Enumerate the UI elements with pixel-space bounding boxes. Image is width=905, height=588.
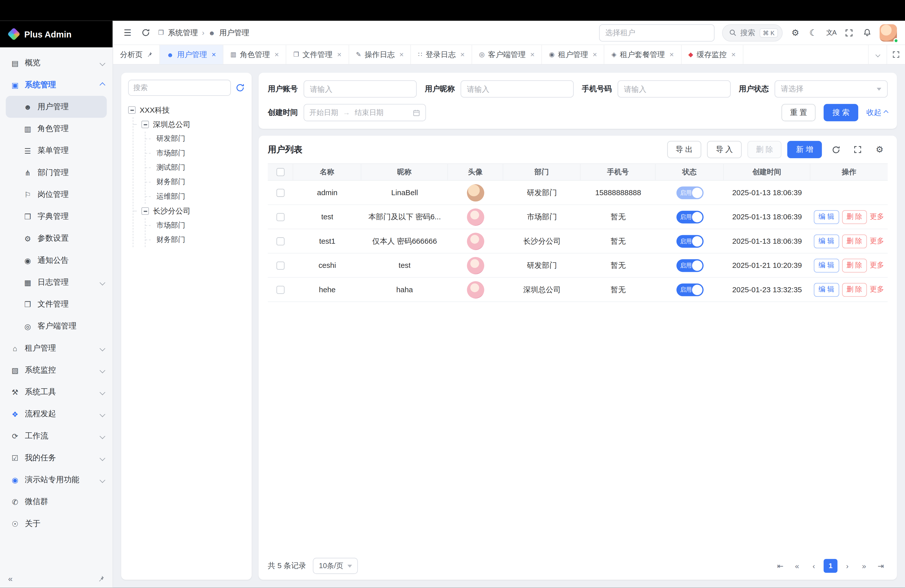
sidebar-item-system-mgmt[interactable]: ▣ 系统管理 xyxy=(0,74,113,96)
edit-button[interactable]: 编 辑 xyxy=(814,258,839,272)
account-input[interactable] xyxy=(304,80,417,98)
tree-node-dept[interactable]: 市场部门 xyxy=(152,146,245,161)
close-icon[interactable]: × xyxy=(275,50,279,59)
delete-button[interactable]: 删 除 xyxy=(747,141,782,158)
search-button[interactable]: 搜 索 xyxy=(824,104,858,121)
tab-role-mgmt[interactable]: ▥ 角色管理 × xyxy=(224,45,286,64)
tab-cache-monitor[interactable]: ◆ 缓存监控 × xyxy=(681,45,743,64)
collapse-expander-icon[interactable] xyxy=(128,106,136,114)
delete-row-button[interactable]: 删 除 xyxy=(842,283,867,297)
add-button[interactable]: 新 增 xyxy=(788,141,822,158)
page-size-select[interactable]: 10条/页 xyxy=(313,558,358,574)
tree-node-dept[interactable]: 市场部门 xyxy=(152,218,245,233)
more-button[interactable]: 更多 xyxy=(870,285,884,294)
sidebar-item-about[interactable]: ☉ 关于 xyxy=(0,513,113,535)
sidebar-item-file-mgmt[interactable]: ❐ 文件管理 xyxy=(0,293,113,315)
tenant-select-input[interactable] xyxy=(599,24,714,41)
row-checkbox[interactable] xyxy=(276,213,284,221)
date-range-picker[interactable]: 开始日期 → 结束日期 xyxy=(304,104,426,121)
tab-user-mgmt[interactable]: ☻ 用户管理 × xyxy=(160,45,224,64)
more-button[interactable]: 更多 xyxy=(870,212,884,222)
tree-node-dept[interactable]: 财务部门 xyxy=(152,233,245,247)
status-select[interactable]: 请选择 xyxy=(775,80,888,98)
pin-icon[interactable] xyxy=(146,51,152,57)
reset-button[interactable]: 重 置 xyxy=(781,104,816,121)
tab-op-log[interactable]: ✎ 操作日志 × xyxy=(349,45,411,64)
sidebar-item-system-tools[interactable]: ⚒ 系统工具 xyxy=(0,381,113,403)
status-toggle[interactable]: 启用 xyxy=(676,186,703,199)
nickname-input[interactable] xyxy=(460,80,574,98)
row-checkbox[interactable] xyxy=(276,237,284,245)
breadcrumb-item-system[interactable]: 系统管理 xyxy=(168,27,198,38)
phone-input[interactable] xyxy=(618,80,731,98)
delete-row-button[interactable]: 删 除 xyxy=(842,258,867,272)
bell-icon[interactable] xyxy=(862,29,872,37)
tree-node-changsha-branch[interactable]: 长沙分公司 xyxy=(140,204,245,218)
translate-icon[interactable]: 文A xyxy=(826,29,836,37)
sidebar-pin-icon[interactable] xyxy=(97,575,105,582)
sidebar-item-client-mgmt[interactable]: ◎ 客户端管理 xyxy=(0,315,113,337)
status-toggle[interactable]: 启用 xyxy=(676,235,703,248)
sidebar-collapse-icon[interactable]: « xyxy=(8,574,13,583)
table-fullscreen-icon[interactable] xyxy=(850,141,866,158)
tree-node-dept[interactable]: 财务部门 xyxy=(152,175,245,189)
row-checkbox[interactable] xyxy=(276,189,284,197)
prev-5-pages-button[interactable]: « xyxy=(790,559,804,573)
page-number-button[interactable]: 1 xyxy=(824,559,837,573)
tree-node-dept[interactable]: 测试部门 xyxy=(152,161,245,175)
tab-analysis[interactable]: 分析页 xyxy=(113,45,160,64)
export-button[interactable]: 导 出 xyxy=(667,141,701,158)
delete-row-button[interactable]: 删 除 xyxy=(842,210,867,224)
sidebar-item-log-mgmt[interactable]: ▦ 日志管理 xyxy=(0,271,113,293)
close-icon[interactable]: × xyxy=(460,50,465,59)
sidebar-item-demo-features[interactable]: ◉ 演示站专用功能 xyxy=(0,469,113,491)
tree-node-dept[interactable]: 运维部门 xyxy=(152,189,245,204)
first-page-button[interactable]: ⇤ xyxy=(773,559,788,573)
sidebar-item-param-settings[interactable]: ⚙ 参数设置 xyxy=(0,227,113,250)
dark-mode-moon-icon[interactable]: ☾ xyxy=(808,27,818,38)
table-refresh-icon[interactable] xyxy=(827,141,844,158)
breadcrumb-item-user[interactable]: 用户管理 xyxy=(219,27,249,38)
tab-tenant-package[interactable]: ◈ 租户套餐管理 × xyxy=(605,45,681,64)
select-all-checkbox[interactable] xyxy=(276,168,284,176)
close-icon[interactable]: × xyxy=(212,50,216,59)
row-checkbox[interactable] xyxy=(276,261,284,269)
close-icon[interactable]: × xyxy=(731,50,735,59)
status-toggle[interactable]: 启用 xyxy=(676,210,703,223)
close-icon[interactable]: × xyxy=(670,50,674,59)
fullscreen-icon[interactable] xyxy=(844,29,854,37)
tab-login-log[interactable]: ∷ 登录日志 × xyxy=(411,45,472,64)
row-checkbox[interactable] xyxy=(276,286,284,294)
sidebar-item-flow-start[interactable]: ❖ 流程发起 xyxy=(0,403,113,425)
tab-tenant-mgmt[interactable]: ◉ 租户管理 × xyxy=(542,45,604,64)
edit-button[interactable]: 编 辑 xyxy=(814,210,839,224)
sidebar-item-overview[interactable]: ▤ 概览 xyxy=(0,52,113,74)
global-search-button[interactable]: 搜索 ⌘ K xyxy=(722,24,783,41)
tree-node-shenzhen-hq[interactable]: 深圳总公司 xyxy=(140,117,245,132)
more-button[interactable]: 更多 xyxy=(870,260,884,270)
next-page-button[interactable]: › xyxy=(840,559,854,573)
close-icon[interactable]: × xyxy=(593,50,597,59)
collapse-filters-link[interactable]: 收起 xyxy=(866,107,888,118)
sidebar-item-dict-mgmt[interactable]: ❒ 字典管理 xyxy=(0,205,113,227)
next-5-pages-button[interactable]: » xyxy=(857,559,871,573)
tabs-fullscreen-button[interactable] xyxy=(887,45,905,64)
prev-page-button[interactable]: ‹ xyxy=(807,559,821,573)
last-page-button[interactable]: ⇥ xyxy=(874,559,888,573)
close-icon[interactable]: × xyxy=(337,50,341,59)
sidebar-item-menu-mgmt[interactable]: ☰ 菜单管理 xyxy=(0,140,113,162)
sidebar-item-tenant-mgmt[interactable]: ⌂ 租户管理 xyxy=(0,337,113,359)
tabs-dropdown-button[interactable] xyxy=(868,45,886,64)
sidebar-item-workflow[interactable]: ⟳ 工作流 xyxy=(0,425,113,447)
tree-node-dept[interactable]: 研发部门 xyxy=(152,132,245,146)
user-avatar[interactable] xyxy=(880,24,897,41)
collapse-expander-icon[interactable] xyxy=(141,121,149,128)
hamburger-icon[interactable]: ☰ xyxy=(122,27,133,38)
close-icon[interactable]: × xyxy=(399,50,403,59)
import-button[interactable]: 导 入 xyxy=(707,141,741,158)
tree-search-input[interactable] xyxy=(128,80,231,96)
sidebar-item-role-mgmt[interactable]: ▥ 角色管理 xyxy=(0,118,113,140)
sidebar-item-notice[interactable]: ◉ 通知公告 xyxy=(0,250,113,271)
refresh-icon[interactable] xyxy=(140,29,151,37)
edit-button[interactable]: 编 辑 xyxy=(814,283,839,297)
